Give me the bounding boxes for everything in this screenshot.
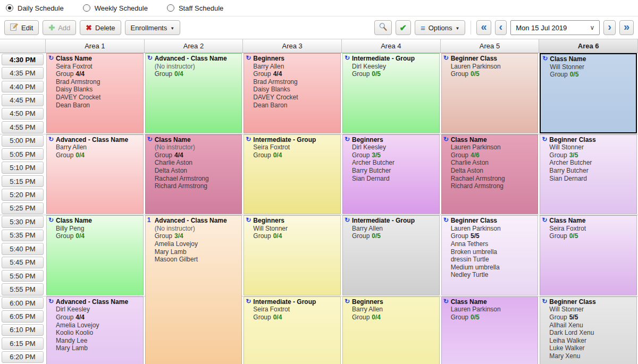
edit-button[interactable]: Edit: [4, 20, 39, 35]
time-slot-button[interactable]: 5:00 PM: [2, 135, 44, 147]
time-slot-button[interactable]: 5:35 PM: [2, 230, 44, 241]
time-slot-button[interactable]: 4:55 PM: [2, 121, 44, 133]
event-attendee: Archer Butcher: [352, 159, 437, 167]
time-slot-button[interactable]: 4:40 PM: [2, 81, 44, 92]
event-cell[interactable]: ↻BeginnersBarry AllenGroup4/4Brad Armstr…: [244, 53, 341, 133]
area-column-header[interactable]: Area 3: [243, 39, 342, 53]
time-slot-button[interactable]: 5:20 PM: [2, 189, 44, 200]
enrollments-dropdown-button[interactable]: Enrollments ▼: [125, 20, 181, 35]
event-cell[interactable]: ↻Class NameWill StonnerGroup0/5: [540, 53, 637, 133]
group-count-value: 3/4: [174, 232, 183, 240]
area-column-header[interactable]: Area 1: [46, 39, 145, 53]
event-cell[interactable]: ↻Advanced - Class NameBarry AllenGroup0/…: [46, 134, 144, 215]
event-cell[interactable]: ↻BeginnersDirl KeesleyGroup3/5Archer But…: [342, 134, 440, 215]
event-attendee: Sian Dernard: [549, 175, 634, 183]
group-count-value: 4/4: [273, 70, 282, 78]
time-slot-button[interactable]: 5:50 PM: [2, 270, 44, 282]
time-slot-button[interactable]: 6:00 PM: [2, 297, 44, 309]
confirm-button[interactable]: ✔: [396, 20, 411, 35]
event-attendee: Daisy Blanks: [56, 86, 141, 94]
event-attendee: Charlie Aston: [451, 159, 536, 167]
event-cell[interactable]: ↻Advanced - Class Name(No instructor)Gro…: [145, 53, 242, 133]
event-attendee: Archer Butcher: [549, 159, 634, 167]
schedule-mode-option[interactable]: Daily Schedule: [6, 4, 64, 12]
event-cell[interactable]: ↻Beginner ClassWill StonnerGroup5/5Allha…: [540, 297, 637, 364]
event-title: Beginners: [253, 55, 338, 63]
add-button[interactable]: ✚ Add: [43, 20, 76, 35]
event-instructor: Will Stonner: [253, 225, 338, 233]
event-title: Intermediate - Group: [352, 217, 437, 225]
group-label: Group: [352, 314, 370, 321]
previous-week-button[interactable]: «: [476, 20, 491, 35]
time-slot-button[interactable]: 5:30 PM: [2, 216, 44, 227]
time-slot-button[interactable]: 6:15 PM: [2, 337, 44, 349]
event-cell[interactable]: ↻Class NameLauren ParkinsonGroup4/6Charl…: [441, 134, 539, 215]
event-group-count: Group4/4: [155, 151, 240, 159]
event-cell[interactable]: 1Advanced - Class Name(No instructor)Gro…: [145, 215, 242, 364]
event-cell[interactable]: ↻Beginner ClassLauren ParkinsonGroup5/5A…: [441, 215, 539, 295]
event-group-count: Group0/5: [549, 232, 634, 240]
next-week-button[interactable]: »: [619, 20, 634, 35]
time-slot-button[interactable]: 5:25 PM: [2, 202, 44, 214]
time-slot-button[interactable]: 4:30 PM: [2, 54, 44, 65]
event-cell[interactable]: ↻BeginnersBarry AllenGroup0/4: [342, 297, 440, 364]
event-instructor: Seira Foxtrot: [549, 225, 634, 233]
event-cell[interactable]: ↻Beginner ClassWill StonnerGroup3/5Arche…: [540, 134, 637, 215]
time-slot-button[interactable]: 5:40 PM: [2, 243, 44, 255]
time-slot-button[interactable]: 5:55 PM: [2, 283, 44, 295]
event-cell[interactable]: ↻Class Name(No instructor)Group4/4Charli…: [145, 134, 242, 215]
group-count-value: 0/5: [569, 232, 578, 240]
next-day-button[interactable]: ›: [603, 20, 616, 35]
group-label: Group: [550, 71, 567, 78]
event-title: Intermediate - Group: [352, 55, 437, 63]
event-cell[interactable]: ↻Advanced - Class NameDirl KeesleyGroup4…: [46, 297, 144, 364]
date-select[interactable]: Mon 15 Jul 2019 ∨: [510, 20, 600, 35]
area-column-header[interactable]: Area 2: [145, 39, 244, 53]
recurring-icon: ↻: [443, 54, 449, 62]
event-cell[interactable]: ↻Intermediate - GroupBarry AllenGroup0/5: [342, 215, 440, 295]
event-group-count: Group3/5: [549, 151, 634, 159]
event-cell[interactable]: ↻BeginnersWill StonnerGroup0/4: [244, 215, 341, 295]
time-slot-button[interactable]: 6:10 PM: [2, 324, 44, 336]
event-cell[interactable]: ↻Class NameSeira FoxtrotGroup4/4Brad Arm…: [46, 53, 144, 133]
schedule-mode-option[interactable]: Weekly Schedule: [83, 4, 148, 12]
group-label: Group: [253, 232, 271, 240]
area-column-header[interactable]: Area 4: [342, 39, 441, 53]
time-slot-button[interactable]: 4:35 PM: [2, 67, 44, 79]
event-cell[interactable]: ↻Class NameLauren ParkinsonGroup0/5: [441, 297, 539, 364]
area-column-header[interactable]: Area 6: [539, 39, 638, 53]
time-slot-button[interactable]: 6:20 PM: [2, 351, 44, 363]
event-attendee: Richard Armstrong: [155, 182, 240, 190]
time-slot-button[interactable]: 4:50 PM: [2, 108, 44, 120]
previous-day-button[interactable]: ‹: [495, 20, 507, 35]
event-cell[interactable]: ↻Class NameSeira FoxtrotGroup0/5: [540, 215, 637, 295]
time-slot-button[interactable]: 5:15 PM: [2, 175, 44, 187]
event-attendee: Medium umbrella: [451, 264, 536, 272]
event-attendee: Anna Tethers: [451, 240, 536, 248]
search-button[interactable]: [374, 20, 392, 35]
event-cell[interactable]: ↻Intermediate - GroupSeira FoxtrotGroup0…: [244, 297, 341, 364]
event-cell[interactable]: ↻Intermediate - GroupSeira FoxtrotGroup0…: [244, 134, 341, 215]
event-instructor: Lauren Parkinson: [451, 63, 536, 71]
group-label: Group: [549, 314, 567, 321]
recurring-icon: ↻: [48, 136, 54, 143]
recurring-icon: ↻: [147, 54, 153, 62]
event-cell[interactable]: ↻Class NameBilly PengGroup0/4: [46, 215, 144, 295]
area-column-header[interactable]: Area 5: [441, 39, 540, 53]
time-slot-button[interactable]: 6:05 PM: [2, 310, 44, 322]
recurring-icon: ↻: [48, 54, 54, 62]
event-title: Advanced - Class Name: [155, 55, 240, 63]
event-instructor: Barry Allen: [56, 143, 141, 151]
group-label: Group: [253, 70, 271, 78]
event-cell[interactable]: ↻Intermediate - GroupDirl KeesleyGroup0/…: [342, 53, 440, 133]
schedule-mode-option[interactable]: Staff Schedule: [167, 4, 223, 12]
options-dropdown-button[interactable]: ≡ Options ▼: [415, 20, 466, 35]
time-slot-button[interactable]: 4:45 PM: [2, 94, 44, 106]
delete-button[interactable]: ✖ Delete: [80, 20, 121, 35]
time-slot-button[interactable]: 5:05 PM: [2, 148, 44, 160]
time-slot-button[interactable]: 5:10 PM: [2, 162, 44, 173]
time-slot-button[interactable]: 5:45 PM: [2, 257, 44, 268]
event-attendee: Amelia Lovejoy: [155, 240, 240, 248]
group-count-value: 0/5: [372, 232, 381, 240]
event-cell[interactable]: ↻Beginner ClassLauren ParkinsonGroup0/5: [441, 53, 539, 133]
